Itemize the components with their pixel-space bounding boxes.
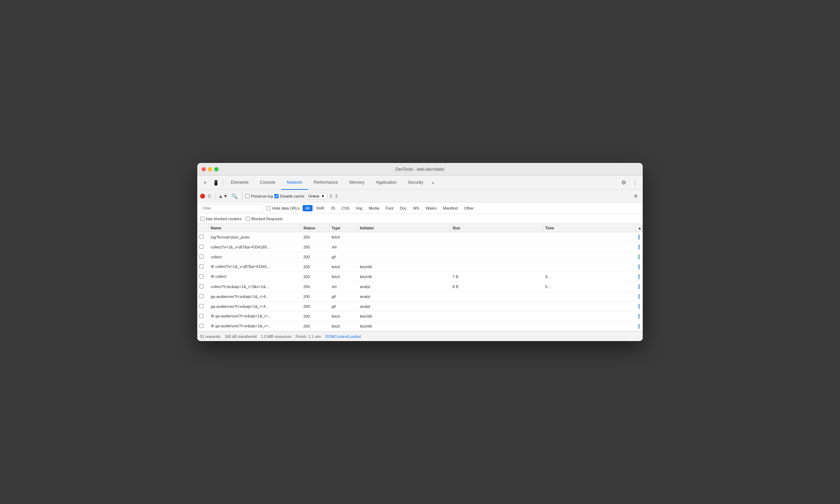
devtools-window: DevTools - web.dev/vitals/ ⌖ 📱 Elements … (197, 163, 643, 341)
filter-tab-other[interactable]: Other (461, 205, 477, 211)
resources-size: 1.0 MB resources (261, 334, 291, 339)
filter-tab-img[interactable]: Img (353, 205, 365, 211)
col-waterfall[interactable]: ▲ (636, 224, 643, 232)
chevron-down-icon: ▼ (321, 194, 325, 198)
requests-count: 51 requests (200, 334, 220, 339)
tab-elements[interactable]: Elements (225, 176, 254, 190)
table-row[interactable]: ga-audiences?t=sr&aip=1&_r=4... 200 gif … (197, 292, 643, 301)
col-name[interactable]: Name (209, 224, 301, 232)
toolbar-sep-2 (242, 193, 243, 200)
status-bar: 51 requests 160 kB transferred 1.0 MB re… (197, 331, 643, 341)
col-type[interactable]: Type (329, 224, 358, 232)
preserve-log-checkbox[interactable] (245, 194, 250, 198)
table-row[interactable]: ⚙ ga-audiences?t=sr&aip=1&_r=... 200 fet… (197, 311, 643, 321)
filter-button[interactable]: ▲▼ (218, 191, 228, 201)
filter-input[interactable] (200, 204, 264, 212)
col-time[interactable]: Time (543, 224, 636, 232)
toolbar-sep-1 (215, 193, 215, 200)
select-tool-button[interactable]: ⌖ (200, 178, 210, 188)
disable-cache-checkbox[interactable] (274, 194, 279, 198)
traffic-lights (202, 167, 218, 171)
preserve-log-label[interactable]: Preserve log (245, 194, 273, 198)
search-button[interactable]: 🔍 (229, 191, 239, 201)
minimize-button[interactable] (208, 167, 212, 171)
finish-time: Finish: 1.1 min (296, 334, 321, 339)
top-toolbar: ⌖ 📱 Elements Console Network Performance… (197, 176, 643, 190)
filter-tab-doc[interactable]: Doc (397, 205, 410, 211)
transferred-size: 160 kB transferred (224, 334, 257, 339)
filter-tab-js[interactable]: JS (328, 205, 338, 211)
more-tabs-button[interactable]: » (429, 176, 437, 190)
has-blocked-cookies-label[interactable]: Has blocked cookies (200, 217, 241, 221)
dom-content-loaded[interactable]: DOMContentLoaded (325, 334, 361, 339)
table-row[interactable]: ⚙ collect 200 fetch fetchW 7 B 9... (197, 272, 643, 282)
filter-tab-all[interactable]: All (303, 205, 313, 211)
table-row[interactable]: collect?t=dc&aip=1&_r=3&v=1&... 200 xhr … (197, 282, 643, 292)
blocked-row: Has blocked cookies Blocked Requests (197, 214, 643, 224)
table-row[interactable]: collect 200 gif (197, 252, 643, 262)
col-status[interactable]: Status (301, 224, 329, 232)
filter-tab-manifest[interactable]: Manifest (440, 205, 461, 211)
filter-tab-media[interactable]: Media (366, 205, 382, 211)
upload-icon: ⇧ (329, 193, 333, 199)
requests-table: Name Status Type Initiator Size Time ▲ l… (197, 224, 643, 341)
toolbar-separator (223, 179, 223, 186)
filter-tab-font[interactable]: Font (383, 205, 396, 211)
more-options-button[interactable]: ⋮ (630, 178, 640, 188)
filter-tabs: All XHR JS CSS Img Media Font Doc WS Was… (303, 205, 477, 211)
table-row[interactable]: ⚙ ga-audiences?t=sr&aip=1&_r=... 200 fet… (197, 321, 643, 331)
settings-button[interactable]: ⚙ (619, 178, 629, 188)
filter-toolbar: Hide data URLs All XHR JS CSS Img Media … (197, 203, 643, 214)
close-button[interactable] (202, 167, 206, 171)
download-icon: ⇩ (334, 193, 339, 199)
blocked-requests-checkbox[interactable] (246, 217, 250, 221)
filter-tab-ws[interactable]: WS (410, 205, 422, 211)
record-button[interactable] (200, 194, 205, 199)
main-content: Name Status Type Initiator Size Time ▲ l… (197, 224, 643, 341)
hide-data-urls-label[interactable]: Hide data URLs (267, 206, 300, 210)
devtools-body: ⌖ 📱 Elements Console Network Performance… (197, 176, 643, 341)
network-settings-button[interactable]: ⚙ (631, 192, 640, 200)
tab-bar: Elements Console Network Performance Mem… (225, 176, 618, 190)
device-toolbar-button[interactable]: 📱 (211, 178, 221, 188)
tab-application[interactable]: Application (370, 176, 402, 190)
window-title: DevTools - web.dev/vitals/ (396, 167, 445, 172)
tab-memory[interactable]: Memory (344, 176, 370, 190)
filter-tab-css[interactable]: CSS (339, 205, 352, 211)
table-row[interactable]: collect?v=1&_v=j87&a=4334189... 200 xhr (197, 242, 643, 252)
tab-console[interactable]: Console (254, 176, 281, 190)
tab-security[interactable]: Security (402, 176, 429, 190)
clear-button[interactable]: ∅ (206, 193, 212, 199)
table-row[interactable]: ga-audiences?t=sr&aip=1&_r=4... 200 gif … (197, 301, 643, 311)
filter-tab-wasm[interactable]: Wasm (423, 205, 439, 211)
filter-tab-xhr[interactable]: XHR (313, 205, 327, 211)
toolbar-right: ⚙ ⋮ (619, 178, 640, 188)
throttling-select[interactable]: Online ▼ (306, 193, 327, 199)
tab-performance[interactable]: Performance (308, 176, 344, 190)
blocked-requests-label[interactable]: Blocked Requests (246, 217, 283, 221)
tab-network[interactable]: Network (281, 176, 308, 190)
table-row[interactable]: log?format=json_proto 200 fetch (197, 232, 643, 242)
title-bar: DevTools - web.dev/vitals/ (197, 163, 643, 176)
col-size[interactable]: Size (450, 224, 543, 232)
disable-cache-label[interactable]: Disable cache (274, 194, 304, 198)
col-checkbox (197, 224, 209, 232)
has-blocked-cookies-checkbox[interactable] (200, 217, 204, 221)
network-toolbar: ∅ ▲▼ 🔍 Preserve log Disable cache Online… (197, 190, 643, 203)
maximize-button[interactable] (214, 167, 218, 171)
table-header: Name Status Type Initiator Size Time ▲ (197, 224, 643, 232)
hide-data-urls-checkbox[interactable] (267, 206, 271, 210)
table-row[interactable]: ⚙ collect?v=1&_v=j87&a=43341... 200 fetc… (197, 262, 643, 272)
col-initiator[interactable]: Initiator (358, 224, 450, 232)
